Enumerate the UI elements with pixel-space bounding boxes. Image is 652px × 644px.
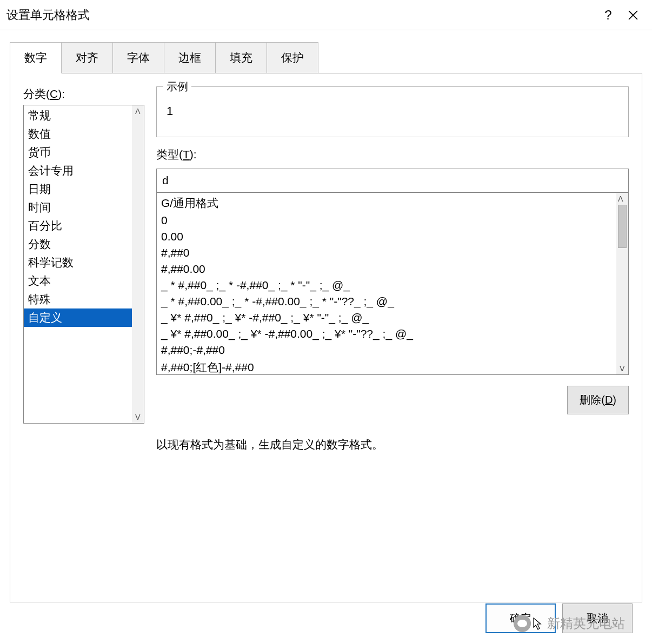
tab-panel: 分类(C): 常规数值货币会计专用日期时间百分比分数科学记数文本特殊自定义 ᐱ … xyxy=(10,73,642,602)
delete-button[interactable]: 删除(D) xyxy=(567,386,629,414)
close-icon xyxy=(628,10,638,20)
category-scrollbar[interactable]: ᐱ ᐯ xyxy=(132,105,144,423)
type-input[interactable] xyxy=(156,169,629,192)
sample-legend: 示例 xyxy=(163,79,191,94)
format-item[interactable]: G/通用格式 xyxy=(160,194,613,212)
format-item[interactable]: 0.00 xyxy=(160,229,613,245)
scroll-thumb[interactable] xyxy=(618,205,627,248)
format-item[interactable]: #,##0;-#,##0 xyxy=(160,342,613,358)
category-item[interactable]: 分数 xyxy=(24,235,132,253)
category-item[interactable]: 常规 xyxy=(24,106,132,125)
category-item[interactable]: 数值 xyxy=(24,125,132,143)
help-button[interactable]: ? xyxy=(596,3,621,28)
titlebar: 设置单元格格式 ? xyxy=(0,0,652,30)
tab-number[interactable]: 数字 xyxy=(10,42,62,73)
format-listbox[interactable]: G/通用格式00.00#,##0#,##0.00_ * #,##0_ ;_ * … xyxy=(156,192,629,375)
format-item[interactable]: _ * #,##0_ ;_ * -#,##0_ ;_ * "-"_ ;_ @_ xyxy=(160,277,613,293)
category-item[interactable]: 百分比 xyxy=(24,217,132,235)
category-item[interactable]: 科学记数 xyxy=(24,253,132,272)
category-item[interactable]: 特殊 xyxy=(24,290,132,308)
format-item[interactable]: 0 xyxy=(160,212,613,229)
sample-fieldset: 示例 1 xyxy=(156,86,629,137)
scroll-up-icon[interactable]: ᐱ xyxy=(618,194,627,204)
dialog-title: 设置单元格格式 xyxy=(6,7,596,23)
category-item[interactable]: 货币 xyxy=(24,143,132,162)
dialog-footer: 确定 取消 xyxy=(485,603,633,633)
category-item[interactable]: 会计专用 xyxy=(24,162,132,180)
format-item[interactable]: _ * #,##0.00_ ;_ * -#,##0.00_ ;_ * "-"??… xyxy=(160,293,613,310)
category-label: 分类(C): xyxy=(23,86,144,102)
format-item[interactable]: #,##0;[红色]-#,##0 xyxy=(160,358,613,374)
ok-button[interactable]: 确定 xyxy=(485,603,556,633)
tab-bar: 数字 对齐 字体 边框 填充 保护 xyxy=(10,42,642,73)
category-item[interactable]: 自定义 xyxy=(24,308,132,327)
type-label: 类型(T): xyxy=(156,147,629,162)
tab-border[interactable]: 边框 xyxy=(164,42,216,73)
description-text: 以现有格式为基础，生成自定义的数字格式。 xyxy=(156,437,629,452)
cancel-button[interactable]: 取消 xyxy=(562,603,633,633)
scroll-up-icon[interactable]: ᐱ xyxy=(135,106,141,116)
format-item[interactable]: _ ¥* #,##0_ ;_ ¥* -#,##0_ ;_ ¥* "-"_ ;_ … xyxy=(160,310,613,326)
format-item[interactable]: _ ¥* #,##0.00_ ;_ ¥* -#,##0.00_ ;_ ¥* "-… xyxy=(160,326,613,342)
category-item[interactable]: 文本 xyxy=(24,272,132,290)
tab-fill[interactable]: 填充 xyxy=(215,42,267,73)
close-button[interactable] xyxy=(621,3,646,28)
scroll-down-icon[interactable]: ᐯ xyxy=(620,364,625,373)
category-item[interactable]: 时间 xyxy=(24,198,132,217)
category-item[interactable]: 日期 xyxy=(24,180,132,198)
tab-protect[interactable]: 保护 xyxy=(267,42,318,73)
tab-font[interactable]: 字体 xyxy=(112,42,164,73)
format-item[interactable]: #,##0.00 xyxy=(160,261,613,277)
format-item[interactable]: #,##0 xyxy=(160,245,613,261)
scroll-down-icon[interactable]: ᐯ xyxy=(135,412,141,422)
category-listbox[interactable]: 常规数值货币会计专用日期时间百分比分数科学记数文本特殊自定义 ᐱ ᐯ xyxy=(23,105,144,424)
tab-align[interactable]: 对齐 xyxy=(61,42,113,73)
format-scrollbar[interactable]: ᐱ ᐯ xyxy=(616,193,628,374)
sample-value: 1 xyxy=(164,97,621,118)
